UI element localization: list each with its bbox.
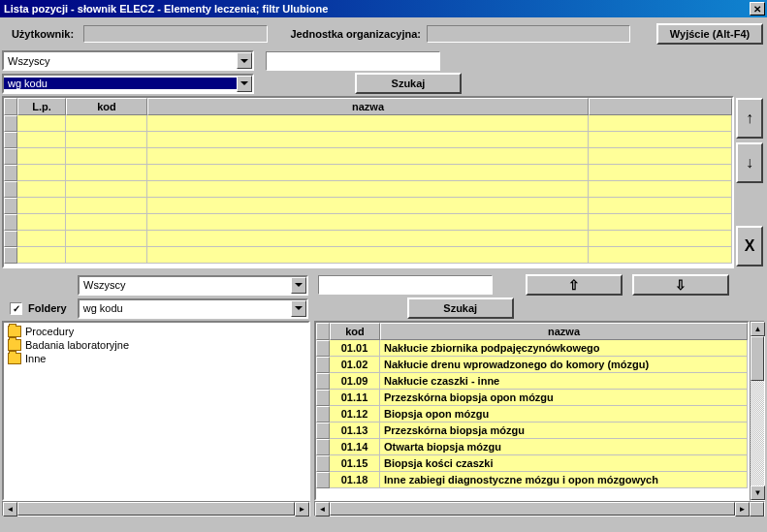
scroll-down-icon[interactable]: ▼ [751,485,765,500]
tree-item[interactable]: Inne [6,352,306,365]
cell-kod: 01.02 [330,357,380,373]
cell-kod: 01.15 [330,455,380,472]
filter1-select[interactable]: Wszyscy [2,50,254,71]
cell-kod: 01.01 [330,340,380,357]
folder-icon [8,326,21,337]
filter2-input[interactable] [318,275,493,295]
table-row[interactable]: 01.14Otwarta biopsja mózgu [316,439,748,455]
cell-nazwa: Przezskórna biopsja mózgu [380,422,748,439]
cell-nazwa: Inne zabiegi diagnostyczne mózgu i opon … [380,472,748,488]
cell-kod: 01.11 [330,390,380,406]
search2-button[interactable]: Szukaj [407,297,514,319]
table-row[interactable]: 01.18Inne zabiegi diagnostyczne mózgu i … [316,472,748,488]
chevron-down-icon [237,76,252,92]
table-row[interactable] [4,231,732,247]
table-row[interactable] [4,198,732,214]
table-row[interactable]: 01.15Biopsja kości czaszki [316,455,748,472]
user-field [83,25,268,43]
tree-item[interactable]: Badania laboratoryjne [6,338,306,352]
grid2-scrollbar-v[interactable]: ▲ ▼ [750,321,765,501]
table-row[interactable]: 01.11Przezskórna biopsja opon mózgu [316,390,748,406]
grid-lower-header: kod nazwa [316,323,748,340]
cell-nazwa: Otwarta biopsja mózgu [380,439,748,455]
search1-button[interactable]: Szukaj [355,73,462,94]
titlebar: Lista pozycji - słownik ELECZ - Elementy… [0,0,767,17]
filter1-input[interactable] [266,51,440,71]
move-up-button[interactable]: ↑ [736,98,763,139]
scroll-right-icon[interactable]: ► [295,502,309,516]
tree-item[interactable]: Procedury [6,325,306,338]
table-row[interactable]: 01.13Przezskórna biopsja mózgu [316,422,748,439]
chevron-down-icon [291,277,306,294]
cell-nazwa: Przezskórna biopsja opon mózgu [380,390,748,406]
send-down-button[interactable]: ⇩ [632,274,729,296]
cell-kod: 01.14 [330,439,380,455]
cell-kod: 01.13 [330,422,380,439]
table-row[interactable] [4,181,732,198]
delete-button[interactable]: X [736,226,763,266]
chevron-down-icon [291,300,306,317]
cell-nazwa: Biopsja opon mózgu [380,406,748,422]
cell-kod: 01.18 [330,472,380,488]
tree-scrollbar-h[interactable]: ◄ ► [2,501,310,516]
move-down-button[interactable]: ↓ [736,142,763,183]
cell-kod: 01.09 [330,373,380,390]
filter2-select[interactable]: Wszyscy [78,275,308,296]
cell-nazwa: Nakłucie czaszki - inne [380,373,748,390]
chevron-down-icon [237,52,252,69]
table-row[interactable] [4,247,732,264]
user-label: Użytkownik: [4,28,81,40]
table-row[interactable] [4,214,732,231]
table-row[interactable] [4,115,732,132]
folder-icon [8,353,21,364]
scroll-right-icon[interactable]: ► [735,502,750,516]
table-row[interactable] [4,132,732,148]
foldery-checkbox[interactable] [10,302,22,315]
grid-lower[interactable]: kod nazwa 01.01Nakłucie zbiornika podpaj… [314,321,750,501]
exit-button[interactable]: Wyjście (Alt-F4) [656,23,763,45]
table-row[interactable]: 01.01Nakłucie zbiornika podpajęczynówkow… [316,340,748,357]
org-field [427,25,630,43]
close-button[interactable]: ✕ [750,2,765,16]
table-row[interactable]: 01.02Nakłucie drenu wprowadzonego do kom… [316,357,748,373]
table-row[interactable] [4,165,732,181]
cell-kod: 01.12 [330,406,380,422]
send-up-button[interactable]: ⇧ [526,274,623,296]
grid-upper-header: L.p. kod nazwa [4,98,732,115]
foldery-label: Foldery [24,302,71,314]
table-row[interactable]: 01.09Nakłucie czaszki - inne [316,373,748,390]
grid-upper[interactable]: L.p. kod nazwa [2,96,734,268]
window-title: Lista pozycji - słownik ELECZ - Elementy… [2,3,750,15]
cell-nazwa: Nakłucie zbiornika podpajęczynówkowego [380,340,748,357]
org-label: Jednostka organizacyjna: [270,28,425,40]
sort2-select[interactable]: wg kodu [78,298,308,319]
cell-nazwa: Biopsja kości czaszki [380,455,748,472]
folder-tree[interactable]: ProceduryBadania laboratoryjneInne [2,321,310,501]
grid2-scrollbar-h[interactable]: ◄ ► [314,501,765,516]
cell-nazwa: Nakłucie drenu wprowadzonego do komory (… [380,357,748,373]
table-row[interactable] [4,148,732,165]
scroll-left-icon[interactable]: ◄ [3,502,17,516]
folder-icon [8,339,21,351]
table-row[interactable]: 01.12Biopsja opon mózgu [316,406,748,422]
scroll-up-icon[interactable]: ▲ [751,322,765,336]
sort1-select[interactable]: wg kodu [2,74,254,94]
scroll-left-icon[interactable]: ◄ [315,502,330,516]
